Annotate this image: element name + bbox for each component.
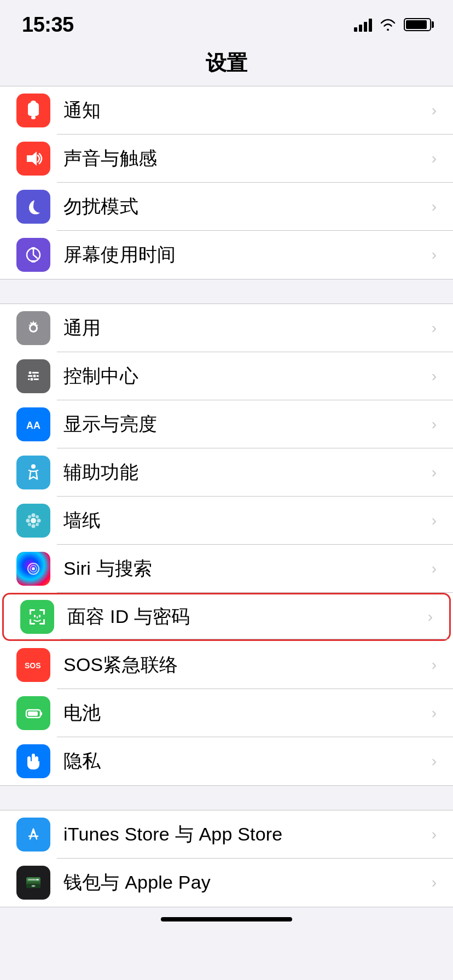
home-bar <box>161 917 292 921</box>
svg-marker-48 <box>31 828 36 833</box>
chevron-icon: › <box>432 465 437 480</box>
status-icons <box>354 18 431 32</box>
notifications-icon <box>16 94 50 127</box>
wallpaper-icon <box>16 504 50 538</box>
sos-label: SOS紧急联络 <box>63 652 426 678</box>
notifications-label: 通知 <box>63 98 426 123</box>
sos-icon: SOS <box>16 648 50 682</box>
privacy-icon <box>16 744 50 778</box>
svg-rect-53 <box>36 879 39 880</box>
svg-point-20 <box>31 518 36 523</box>
page-title: 设置 <box>0 44 453 86</box>
sounds-icon <box>16 142 50 176</box>
svg-rect-41 <box>39 615 40 617</box>
svg-text:AA: AA <box>26 420 40 431</box>
chevron-icon: › <box>432 875 437 890</box>
svg-point-8 <box>31 325 36 331</box>
siri-label: Siri 与搜索 <box>63 556 426 581</box>
settings-row-sounds[interactable]: 声音与触感 › <box>0 135 453 183</box>
status-bar: 15:35 <box>0 0 453 44</box>
chevron-icon: › <box>432 320 437 336</box>
settings-row-faceid[interactable]: 面容 ID 与密码 › <box>2 593 451 641</box>
svg-rect-39 <box>43 619 45 625</box>
svg-point-28 <box>36 523 39 526</box>
settings-row-dnd[interactable]: 勿扰模式 › <box>0 183 453 231</box>
svg-rect-34 <box>30 609 31 615</box>
svg-marker-4 <box>27 151 37 166</box>
chevron-icon: › <box>432 705 437 721</box>
svg-rect-45 <box>40 712 42 715</box>
settings-row-siri[interactable]: Siri 与搜索 › <box>0 545 453 593</box>
settings-row-accessibility[interactable]: 辅助功能 › <box>0 448 453 497</box>
chevron-icon: › <box>432 754 437 769</box>
wallet-icon <box>16 866 50 900</box>
display-icon: AA <box>16 407 50 441</box>
dnd-icon <box>16 190 50 224</box>
svg-rect-52 <box>28 879 36 880</box>
svg-point-24 <box>37 519 41 523</box>
settings-row-notifications[interactable]: 通知 › <box>0 86 453 135</box>
chevron-icon: › <box>428 609 433 625</box>
dnd-label: 勿扰模式 <box>63 194 426 219</box>
chevron-icon: › <box>432 199 437 214</box>
settings-row-wallpaper[interactable]: 墙纸 › <box>0 497 453 545</box>
wifi-icon <box>380 19 396 31</box>
svg-rect-46 <box>28 711 38 716</box>
svg-rect-42 <box>37 616 38 619</box>
faceid-icon <box>20 600 54 634</box>
settings-row-battery[interactable]: 电池 › <box>0 689 453 737</box>
chevron-icon: › <box>432 561 437 576</box>
wallet-label: 钱包与 Apple Pay <box>63 870 426 895</box>
settings-group-3: iTunes Store 与 App Store › 钱包与 Apple Pay… <box>0 810 453 907</box>
privacy-label: 隐私 <box>63 749 426 774</box>
signal-icon <box>354 18 372 32</box>
siri-icon <box>16 552 50 586</box>
chevron-icon: › <box>432 369 437 384</box>
accessibility-icon <box>16 456 50 489</box>
settings-row-control[interactable]: 控制中心 › <box>0 352 453 400</box>
settings-row-general[interactable]: 通用 › <box>0 304 453 352</box>
chevron-icon: › <box>432 151 437 166</box>
battery-label: 电池 <box>63 701 426 726</box>
settings-row-sos[interactable]: SOS SOS紧急联络 › <box>0 641 453 689</box>
itunes-label: iTunes Store 与 App Store <box>63 822 426 847</box>
home-indicator <box>0 907 453 927</box>
svg-point-27 <box>28 523 31 526</box>
svg-point-15 <box>33 375 36 377</box>
screentime-label: 屏幕使用时间 <box>63 242 426 267</box>
settings-group-1: 通知 › 声音与触感 › 勿扰模式 › <box>0 86 453 279</box>
control-icon <box>16 359 50 393</box>
chevron-icon: › <box>432 103 437 118</box>
svg-point-19 <box>31 464 36 469</box>
settings-row-privacy[interactable]: 隐私 › <box>0 737 453 785</box>
chevron-icon: › <box>432 827 437 842</box>
display-label: 显示与亮度 <box>63 412 426 437</box>
svg-point-17 <box>31 378 33 381</box>
settings-group-2: 通用 › 控制中心 › AA 显示与亮度 › <box>0 304 453 786</box>
settings-row-wallet[interactable]: 钱包与 Apple Pay › <box>0 859 453 907</box>
settings-row-display[interactable]: AA 显示与亮度 › <box>0 400 453 448</box>
svg-point-31 <box>32 567 35 570</box>
settings-row-itunes[interactable]: iTunes Store 与 App Store › <box>0 810 453 859</box>
svg-rect-40 <box>34 615 36 617</box>
settings-row-screentime[interactable]: 屏幕使用时间 › <box>0 231 453 279</box>
svg-point-22 <box>32 524 36 528</box>
svg-point-23 <box>26 519 30 523</box>
general-label: 通用 <box>63 316 426 341</box>
accessibility-label: 辅助功能 <box>63 460 426 485</box>
svg-point-13 <box>29 371 32 374</box>
control-label: 控制中心 <box>63 364 426 389</box>
svg-rect-38 <box>30 619 31 625</box>
sounds-label: 声音与触感 <box>63 146 426 171</box>
battery-icon <box>404 18 431 31</box>
screentime-icon <box>16 238 50 272</box>
chevron-icon: › <box>432 513 437 528</box>
svg-rect-35 <box>43 609 45 615</box>
status-time: 15:35 <box>22 13 74 37</box>
chevron-icon: › <box>432 247 437 262</box>
battery-settings-icon <box>16 696 50 730</box>
wallpaper-label: 墙纸 <box>63 508 426 533</box>
svg-text:SOS: SOS <box>25 661 41 670</box>
itunes-icon <box>16 818 50 851</box>
chevron-icon: › <box>432 657 437 673</box>
